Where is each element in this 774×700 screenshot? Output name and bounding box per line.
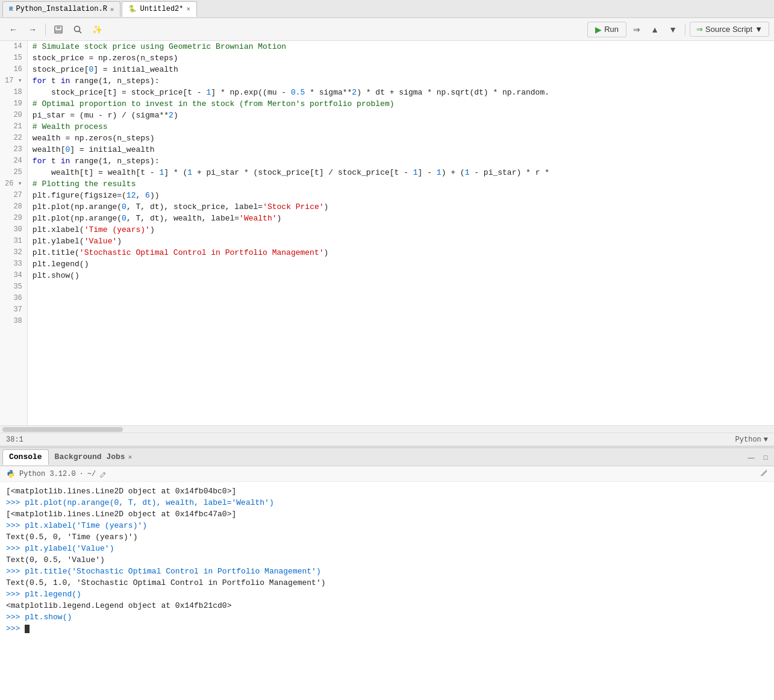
code-content[interactable]: # Simulate stock price using Geometric B… xyxy=(28,41,774,425)
console-command: plt.ylabel('Value') xyxy=(25,544,114,553)
back-button[interactable]: ← xyxy=(5,22,22,37)
code-line: # Optimal proportion to invest in the st… xyxy=(33,98,769,110)
console-command: plt.plot(np.arange(0, T, dt), wealth, la… xyxy=(25,498,273,507)
console-minimize-button[interactable]: — xyxy=(745,452,757,463)
console-line: >>> plt.ylabel('Value') xyxy=(6,543,768,554)
source-chevron-icon: ▼ xyxy=(755,25,763,34)
console-prompt: >>> xyxy=(6,498,25,507)
console-output[interactable]: [<matplotlib.lines.Line2D object at 0x14… xyxy=(0,482,774,700)
search-button[interactable] xyxy=(69,22,86,37)
console-line: Text(0.5, 0, 'Time (years)') xyxy=(6,531,768,543)
source-arrow-icon: ⇒ xyxy=(696,25,703,34)
line-number: 38 xyxy=(5,316,22,327)
background-jobs-label: Background Jobs xyxy=(55,452,125,461)
horizontal-scroll-thumb[interactable] xyxy=(2,427,123,432)
svg-point-6 xyxy=(11,477,12,477)
line-number: 25 xyxy=(5,167,22,178)
code-line: stock_price = np.zeros(n_steps) xyxy=(33,52,769,64)
line-number: 34 xyxy=(5,270,22,281)
cursor-position: 38:1 xyxy=(6,436,735,444)
tab-label-2: Untitled2* xyxy=(140,5,183,13)
console-tab-bar: Console Background Jobs ✕ — □ xyxy=(0,448,774,466)
r-file-icon: R xyxy=(9,5,13,13)
line-number: 24 xyxy=(5,155,22,167)
console-prompt: >>> xyxy=(6,521,25,530)
language-label: Python xyxy=(735,436,761,444)
console-line: Text(0.5, 1.0, 'Stochastic Optimal Contr… xyxy=(6,577,768,589)
console-line: >>> plt.title('Stochastic Optimal Contro… xyxy=(6,566,768,577)
svg-rect-1 xyxy=(57,26,60,29)
console-prompt: >>> xyxy=(6,590,25,599)
code-line: stock_price[t] = stock_price[t - 1] * np… xyxy=(33,87,769,98)
console-command: plt.show() xyxy=(25,613,72,622)
tab-bar: R Python_Installation.R ✕ 🐍 Untitled2* ✕ xyxy=(0,0,774,18)
console-line: >>> plt.legend() xyxy=(6,589,768,600)
line-number: 29 xyxy=(5,213,22,224)
background-jobs-close[interactable]: ✕ xyxy=(128,453,133,461)
line-number: 15 xyxy=(5,52,22,64)
wand-button[interactable]: ✨ xyxy=(89,22,105,37)
line-number: 30 xyxy=(5,224,22,236)
svg-point-3 xyxy=(75,26,80,31)
run-button[interactable]: ▶ Run xyxy=(587,22,626,37)
console-line: >>> xyxy=(6,623,768,634)
source-script-button[interactable]: ⇒ Source Script ▼ xyxy=(690,22,769,37)
edit-dir-icon[interactable] xyxy=(99,470,107,478)
save-button[interactable] xyxy=(50,22,67,37)
code-line: # Wealth process xyxy=(33,121,769,133)
code-line: plt.xlabel('Time (years)') xyxy=(33,224,769,236)
console-clear-button[interactable] xyxy=(760,469,768,480)
language-indicator[interactable]: Python ▼ xyxy=(735,436,768,444)
tab-close-2[interactable]: ✕ xyxy=(186,5,190,13)
editor-area: 14151617 ▾181920212223242526 ▾2728293031… xyxy=(0,41,774,446)
code-line: # Plotting the results xyxy=(33,178,769,190)
code-line: plt.figure(figsize=(12, 6)) xyxy=(33,190,769,201)
line-number: 33 xyxy=(5,258,22,270)
run-label: Run xyxy=(604,25,619,34)
console-line: [<matplotlib.lines.Line2D object at 0x14… xyxy=(6,508,768,520)
code-container[interactable]: 14151617 ▾181920212223242526 ▾2728293031… xyxy=(0,41,774,425)
console-command: plt.title('Stochastic Optimal Control in… xyxy=(25,567,320,576)
code-line: for t in range(1, n_steps): xyxy=(33,155,769,167)
console-command: plt.xlabel('Time (years)') xyxy=(25,521,147,530)
console-tab-background-jobs[interactable]: Background Jobs ✕ xyxy=(49,449,139,465)
console-tab-console[interactable]: Console xyxy=(2,449,49,465)
console-tab-right: — □ xyxy=(745,452,772,463)
console-maximize-button[interactable]: □ xyxy=(760,452,772,463)
horizontal-scrollbar[interactable] xyxy=(0,425,774,433)
console-line: Text(0, 0.5, 'Value') xyxy=(6,554,768,566)
code-line: stock_price[0] = initial_wealth xyxy=(33,64,769,75)
line-number: 26 ▾ xyxy=(5,178,22,190)
line-number: 20 xyxy=(5,110,22,121)
skip-forward-button[interactable]: ⇒ xyxy=(629,22,644,37)
code-line: # Simulate stock price using Geometric B… xyxy=(33,41,769,52)
line-number: 36 xyxy=(5,293,22,304)
line-number: 17 ▾ xyxy=(5,75,22,87)
console-line: >>> plt.xlabel('Time (years)') xyxy=(6,520,768,531)
line-numbers: 14151617 ▾181920212223242526 ▾2728293031… xyxy=(0,41,28,425)
console-pane: Console Background Jobs ✕ — □ Python 3.1… xyxy=(0,448,774,700)
line-number: 32 xyxy=(5,247,22,258)
console-line: >>> plt.show() xyxy=(6,611,768,623)
line-number: 28 xyxy=(5,201,22,213)
down-button[interactable]: ▼ xyxy=(665,22,681,37)
console-tab-label: Console xyxy=(9,452,42,461)
line-number: 23 xyxy=(5,144,22,155)
tab-python-installation[interactable]: R Python_Installation.R ✕ xyxy=(2,1,120,17)
line-number: 21 xyxy=(5,121,22,133)
tab-untitled2[interactable]: 🐍 Untitled2* ✕ xyxy=(122,1,197,17)
tab-close-1[interactable]: ✕ xyxy=(110,5,114,13)
svg-line-4 xyxy=(80,31,82,33)
line-number: 22 xyxy=(5,133,22,144)
forward-button[interactable]: → xyxy=(24,22,41,37)
console-header: Python 3.12.0 · ~/ xyxy=(0,466,774,482)
source-label: Source Script xyxy=(705,25,752,34)
console-prompt: >>> xyxy=(6,544,25,553)
console-line: [<matplotlib.lines.Line2D object at 0x14… xyxy=(6,486,768,497)
tab-label-1: Python_Installation.R xyxy=(16,5,107,13)
code-line: pi_star = (mu - r) / (sigma**2) xyxy=(33,110,769,121)
console-cursor xyxy=(25,625,30,633)
up-button[interactable]: ▲ xyxy=(647,22,663,37)
status-bar: 38:1 Python ▼ xyxy=(0,433,774,446)
svg-rect-2 xyxy=(55,30,61,33)
